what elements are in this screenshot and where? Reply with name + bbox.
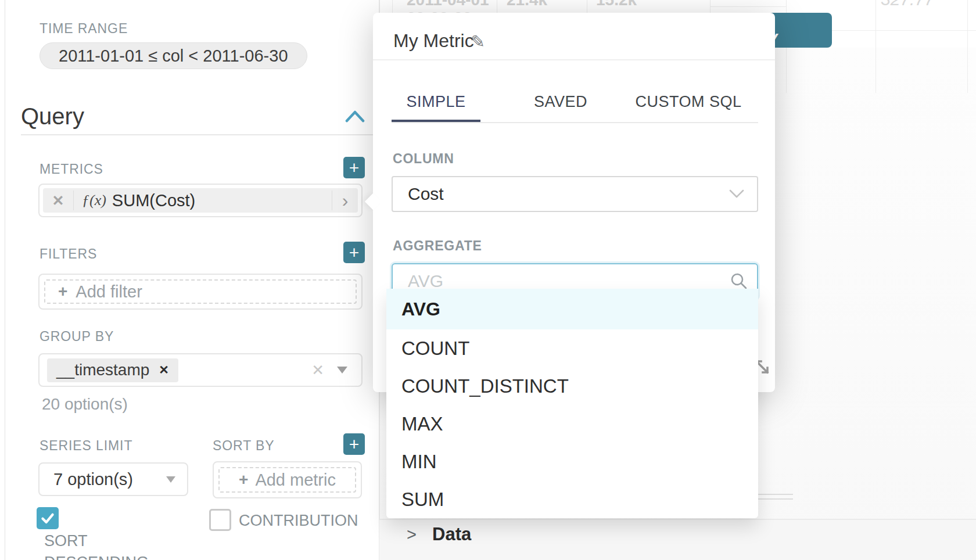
metric-pill[interactable]: ✕ ƒ(x) SUM(Cost) › (43, 188, 358, 213)
data-panel-title[interactable]: Data (432, 524, 471, 545)
group-by-tag: __timestamp ✕ (47, 358, 178, 382)
select-chevron-down-icon (729, 189, 744, 199)
table-gridline (497, 0, 497, 13)
popover-header-divider (373, 59, 775, 60)
select-caret-down-icon[interactable] (337, 367, 347, 374)
table-cell-value1: 21.4k (507, 0, 547, 9)
add-sort-plus-button[interactable]: + (343, 433, 365, 455)
time-range-pill[interactable]: 2011-01-01 ≤ col < 2011-06-30 (40, 42, 307, 69)
pill-separator (73, 191, 74, 210)
add-sort-metric-label: Add metric (255, 471, 336, 490)
checkbox-checked-icon[interactable] (37, 507, 59, 529)
group-by-label: GROUP BY (40, 329, 114, 344)
add-metric-plus-button[interactable]: + (343, 157, 365, 178)
series-limit-select[interactable]: 7 option(s) (38, 462, 188, 496)
select-clear-icon[interactable]: ✕ (311, 361, 324, 379)
panel-left-border (5, 0, 5, 560)
table-gridline (587, 0, 587, 13)
tab-simple[interactable]: SIMPLE (392, 93, 480, 111)
filters-label: FILTERS (40, 246, 97, 262)
filters-container: + Add filter (38, 274, 363, 310)
series-limit-value: 7 option(s) (53, 470, 133, 489)
search-icon (730, 272, 748, 290)
time-range-value: 2011-01-01 ≤ col < 2011-06-30 (59, 46, 288, 66)
option-sum[interactable]: SUM (386, 480, 758, 518)
metric-name: SUM(Cost) (112, 191, 195, 210)
query-section-title: Query (21, 103, 84, 130)
metric-container: ✕ ƒ(x) SUM(Cost) › (38, 184, 363, 217)
tag-remove-icon[interactable]: ✕ (159, 363, 169, 377)
metric-expand-chevron-icon[interactable]: › (332, 191, 358, 210)
group-by-tag-value: __timestamp (56, 361, 149, 379)
checkbox-unchecked-icon[interactable] (209, 509, 231, 531)
query-collapse-chevron-up-icon[interactable] (345, 109, 365, 123)
sort-descending-checkbox-row[interactable]: SORT DESCENDING (37, 507, 189, 560)
aggregate-label: AGGREGATE (393, 238, 482, 254)
plus-icon: + (239, 471, 248, 489)
aggregate-options-dropdown: AVG COUNT COUNT_DISTINCT MAX MIN SUM (386, 289, 758, 518)
option-count-distinct[interactable]: COUNT_DISTINCT (386, 367, 758, 405)
sort-by-container: + Add metric (213, 461, 362, 498)
metric-remove-icon[interactable]: ✕ (43, 192, 73, 209)
tabs-divider (392, 122, 758, 123)
add-sort-metric-button[interactable]: + Add metric (218, 467, 356, 493)
data-panel-expand-chevron-icon[interactable]: > (407, 525, 417, 544)
table-cell-value3: 327.77 (881, 0, 934, 9)
tab-custom-sql[interactable]: CUSTOM SQL (627, 93, 749, 111)
function-icon: ƒ(x) (82, 192, 106, 209)
contribution-label: CONTRIBUTION (239, 509, 358, 532)
option-avg[interactable]: AVG (386, 289, 758, 329)
explore-page: 2011-04-01 00:00:00 21.4k 15.2k 327.77 R… (0, 0, 976, 560)
contribution-checkbox-row[interactable]: CONTRIBUTION (209, 509, 372, 532)
column-select-value: Cost (408, 184, 444, 204)
edit-title-pencil-icon[interactable]: ✎ (471, 31, 485, 52)
option-min[interactable]: MIN (386, 443, 758, 480)
option-count[interactable]: COUNT (386, 329, 758, 367)
add-filter-label: Add filter (76, 282, 142, 301)
metrics-label: METRICS (40, 161, 103, 177)
series-limit-label: SERIES LIMIT (40, 438, 132, 454)
divider-line (757, 494, 793, 495)
query-section-divider (21, 134, 379, 135)
add-filter-plus-button[interactable]: + (343, 242, 365, 263)
add-filter-button[interactable]: + Add filter (44, 279, 357, 304)
tab-saved[interactable]: SAVED (523, 93, 598, 111)
divider-line (757, 498, 793, 500)
table-gridline (967, 0, 968, 93)
plus-icon: + (58, 282, 67, 301)
sort-by-label: SORT BY (213, 438, 274, 454)
popover-title: My Metric (393, 30, 474, 52)
option-max[interactable]: MAX (386, 405, 758, 443)
table-cell-value2: 15.2k (596, 0, 637, 9)
table-gridline (875, 0, 876, 93)
table-cell-timestamp: 2011-04-01 (407, 0, 489, 9)
time-range-label: TIME RANGE (40, 21, 128, 37)
popover-arrow (365, 193, 381, 210)
table-gridline (392, 0, 393, 13)
table-gridline (710, 6, 786, 7)
column-select[interactable]: Cost (392, 176, 758, 212)
group-by-options-count: 20 option(s) (42, 395, 128, 414)
group-by-select[interactable]: __timestamp ✕ ✕ (38, 353, 363, 387)
select-caret-down-icon (166, 476, 175, 483)
column-label: COLUMN (393, 151, 454, 167)
sort-descending-label: SORT DESCENDING (44, 529, 189, 560)
